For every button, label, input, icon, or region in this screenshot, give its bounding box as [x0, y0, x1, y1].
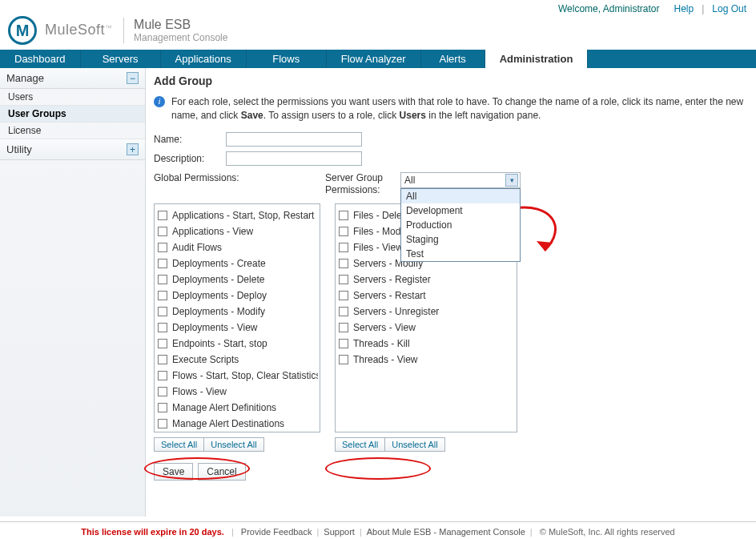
logout-link[interactable]: Log Out	[712, 3, 746, 14]
permission-label: Threads - Kill	[353, 338, 410, 349]
checkbox[interactable]	[158, 243, 167, 252]
server-unselect-all-button[interactable]: Unselect All	[385, 437, 444, 452]
permission-label: Applications - Start, Stop, Restart	[172, 210, 314, 221]
permission-label: Files - View	[353, 242, 403, 253]
info-banner: i For each role, select the permissions …	[154, 95, 748, 123]
checkbox[interactable]	[339, 243, 348, 252]
sidebar-item-user-groups[interactable]: User Groups	[0, 106, 145, 123]
name-input[interactable]	[226, 132, 362, 147]
checkbox[interactable]	[158, 387, 167, 396]
checkbox[interactable]	[339, 275, 348, 284]
global-unselect-all-button[interactable]: Unselect All	[204, 437, 263, 452]
permission-row: Manage Alert Destinations	[156, 416, 318, 432]
permission-label: Execute Scripts	[172, 354, 239, 365]
permission-label: Deployments - Delete	[172, 274, 264, 285]
combo-option-all[interactable]: All	[401, 189, 520, 203]
checkbox[interactable]	[158, 371, 167, 380]
permission-row: Flows - View	[156, 384, 318, 400]
checkbox[interactable]	[158, 211, 167, 220]
combo-option-test[interactable]: Test	[401, 247, 520, 261]
checkbox[interactable]	[339, 355, 348, 364]
global-select-all-button[interactable]: Select All	[154, 437, 204, 452]
nav-tab-flows[interactable]: Flows	[247, 50, 327, 68]
checkbox[interactable]	[158, 291, 167, 300]
checkbox[interactable]	[158, 275, 167, 284]
permissions-header-row: Global Permissions: Server Group Permiss…	[154, 172, 748, 197]
nav-tab-applications[interactable]: Applications	[161, 50, 247, 68]
nav-tab-dashboard[interactable]: Dashboard	[0, 50, 81, 68]
permission-label: Deployments - View	[172, 322, 258, 333]
permission-row: Manage Alert Definitions	[156, 400, 318, 416]
permission-label: Servers - Restart	[353, 290, 426, 301]
nav-tab-flow-analyzer[interactable]: Flow Analyzer	[327, 50, 421, 68]
server-group-dropdown[interactable]: All ▾ AllDevelopmentProductionStagingTes…	[400, 172, 521, 188]
checkbox[interactable]	[339, 339, 348, 348]
global-permissions-list[interactable]: Applications - Start, Stop, RestartAppli…	[154, 203, 320, 432]
logo-icon: M	[8, 16, 37, 45]
sidebar-item-users[interactable]: Users	[0, 89, 145, 106]
global-list-buttons: Select All Unselect All	[154, 437, 320, 452]
footer-link-provide-feedback[interactable]: Provide Feedback	[241, 527, 312, 537]
collapse-icon[interactable]: −	[127, 72, 139, 84]
combo-option-development[interactable]: Development	[401, 203, 520, 218]
brand-name: MuleSoft™	[45, 22, 112, 38]
permission-row: Applications - Start, Stop, Restart	[156, 207, 318, 223]
checkbox[interactable]	[158, 339, 167, 348]
permission-label: Threads - View	[353, 354, 417, 365]
footer-link-support[interactable]: Support	[324, 527, 355, 537]
checkbox[interactable]	[339, 323, 348, 332]
permission-label: Servers - Unregister	[353, 306, 439, 317]
main-nav: DashboardServersApplicationsFlowsFlow An…	[0, 50, 756, 68]
server-list-buttons: Select All Unselect All	[335, 437, 517, 452]
info-icon: i	[154, 96, 165, 107]
brand-row: M MuleSoft™ Mule ESB Management Console	[0, 16, 756, 50]
combo-option-staging[interactable]: Staging	[401, 232, 520, 247]
sidebar-section-utility[interactable]: Utility+	[0, 139, 145, 160]
checkbox[interactable]	[158, 419, 167, 428]
checkbox[interactable]	[339, 291, 348, 300]
checkbox[interactable]	[339, 307, 348, 316]
checkbox[interactable]	[339, 211, 348, 220]
cancel-button[interactable]: Cancel	[198, 463, 245, 481]
global-permissions-label: Global Permissions:	[154, 172, 325, 197]
permission-row: Deployments - Create	[156, 255, 318, 272]
permission-label: Manage Alert Definitions	[172, 402, 276, 413]
expand-icon[interactable]: +	[127, 143, 139, 155]
permission-label: Servers - Register	[353, 274, 431, 285]
permission-label: Applications - View	[172, 226, 253, 237]
combo-value: All	[404, 175, 415, 186]
checkbox[interactable]	[158, 227, 167, 236]
description-row: Description:	[154, 151, 748, 166]
checkbox[interactable]	[158, 323, 167, 332]
sidebar-section-manage[interactable]: Manage−	[0, 68, 145, 89]
checkbox[interactable]	[339, 259, 348, 268]
permission-row: Servers - Restart	[337, 288, 515, 304]
permission-label: Servers - View	[353, 322, 416, 333]
server-select-all-button[interactable]: Select All	[335, 437, 385, 452]
sidebar-item-license[interactable]: License	[0, 123, 145, 139]
save-button[interactable]: Save	[154, 463, 193, 481]
checkbox[interactable]	[158, 355, 167, 364]
server-group-combo[interactable]: All ▾	[400, 172, 521, 188]
nav-tab-servers[interactable]: Servers	[81, 50, 161, 68]
description-input[interactable]	[226, 151, 362, 166]
top-utility-bar: Welcome, Administrator Help | Log Out	[0, 0, 756, 16]
permission-row: Flows - Start, Stop, Clear Statistics	[156, 368, 318, 384]
footer: This license will expire in 20 days. | P…	[0, 521, 756, 539]
chevron-down-icon[interactable]: ▾	[505, 174, 518, 187]
checkbox[interactable]	[158, 259, 167, 268]
permission-row: Servers - Register	[337, 272, 515, 288]
permission-row: Deployments - Deploy	[156, 288, 318, 304]
help-link[interactable]: Help	[674, 3, 694, 14]
permission-label: Audit Flows	[172, 242, 222, 253]
checkbox[interactable]	[339, 227, 348, 236]
nav-tab-alerts[interactable]: Alerts	[421, 50, 485, 68]
nav-tab-administration[interactable]: Administration	[485, 50, 589, 68]
info-text: For each role, select the permissions yo…	[171, 95, 748, 123]
checkbox[interactable]	[158, 403, 167, 412]
permission-label: Deployments - Deploy	[172, 290, 267, 301]
combo-option-production[interactable]: Production	[401, 218, 520, 232]
footer-link-about-mule-esb-management-console[interactable]: About Mule ESB - Management Console	[367, 527, 525, 537]
brand-product: Mule ESB Management Console	[123, 18, 227, 43]
checkbox[interactable]	[158, 307, 167, 316]
